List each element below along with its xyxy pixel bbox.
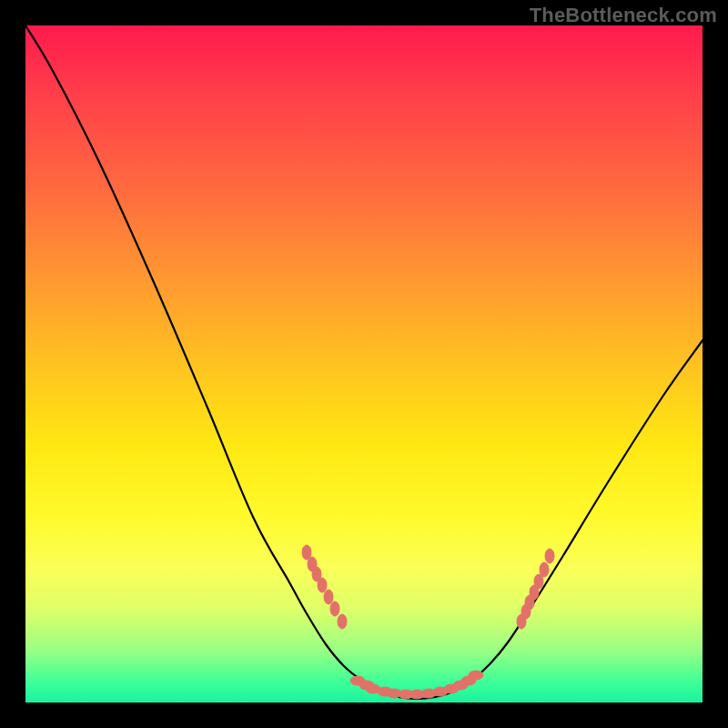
marker-dot bbox=[540, 562, 549, 577]
plot-area bbox=[25, 25, 703, 703]
marker-dot bbox=[338, 614, 347, 629]
marker-dot bbox=[324, 590, 333, 604]
watermark-text: TheBottleneck.com bbox=[530, 4, 717, 27]
marker-dot bbox=[545, 549, 554, 563]
marker-dot bbox=[469, 671, 483, 680]
bottleneck-curve bbox=[25, 25, 703, 699]
chart-svg bbox=[25, 25, 703, 703]
marker-group-bottom bbox=[350, 671, 483, 699]
marker-dot bbox=[318, 578, 327, 592]
marker-dot bbox=[330, 602, 339, 616]
marker-group-right bbox=[517, 549, 554, 629]
